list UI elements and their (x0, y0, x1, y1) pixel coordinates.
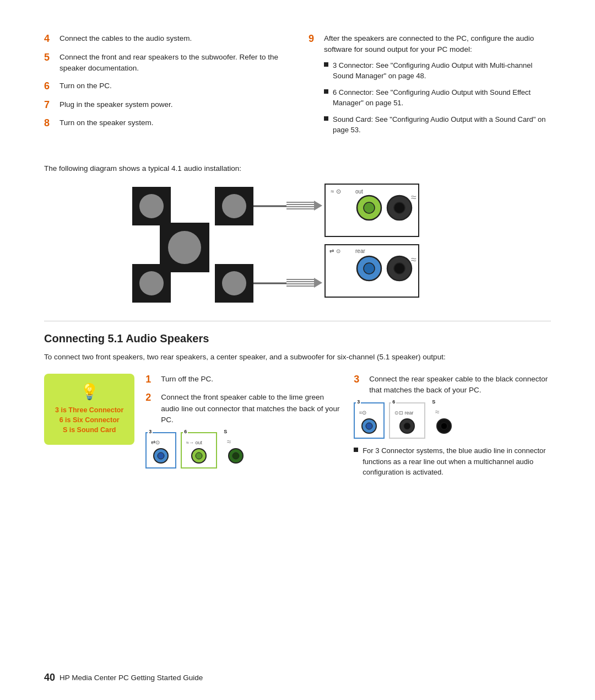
svg-marker-15 (314, 201, 322, 211)
svg-point-27 (364, 202, 375, 213)
svg-text:⊙: ⊙ (336, 188, 341, 195)
svg-text:rear: rear (355, 248, 365, 254)
legend-line-1: 3 is Three Connector (55, 406, 123, 414)
bottom-bullet-item: For 3 Connector systems, the blue audio … (354, 445, 551, 478)
step-number-6: 6 (44, 80, 55, 93)
svg-text:≈: ≈ (331, 188, 334, 195)
step3-connectors: 3 ≈⊙ 6 ⊙⊡ rear (354, 402, 551, 439)
step2-connectors: 3 ⇄⊙ 6 ≈→ out (145, 432, 343, 469)
step3-connS-label: S (431, 399, 436, 405)
bullet-item-1: 3 Connector: See "Configuring Audio Outp… (324, 60, 551, 82)
svg-point-3 (222, 194, 246, 218)
svg-point-38 (394, 263, 405, 274)
page-footer: 40 HP Media Center PC Getting Started Gu… (44, 672, 203, 683)
bottom-bullet-text: For 3 Connector systems, the blue audio … (363, 445, 551, 478)
svg-text:≈⊙: ≈⊙ (359, 410, 367, 416)
svg-point-36 (364, 263, 375, 274)
svg-point-7 (139, 271, 164, 295)
bottom-section: 💡 3 is Three Connector 6 is Six Connecto… (44, 374, 551, 483)
bullet-text-3: Sound Card: See "Configuring Audio Outpu… (333, 114, 551, 136)
bottom-bullet-icon (354, 448, 358, 452)
legend-line-3: S is Sound Card (55, 426, 123, 434)
bottom-step-number-3: 3 (354, 374, 365, 386)
step-6: 6 Turn on the PC. (44, 80, 286, 93)
bullet-text-1: 3 Connector: See "Configuring Audio Outp… (333, 60, 551, 82)
bottom-step-3: 3 Connect the rear speaker cable to the … (354, 374, 551, 396)
section-divider (44, 321, 551, 321)
svg-text:⇄⊙: ⇄⊙ (151, 439, 160, 445)
bottom-step-text-1: Turn off the PC. (161, 374, 213, 385)
bottom-right-steps: 3 Connect the rear speaker cable to the … (354, 374, 551, 483)
step-8: 8 Turn on the speaker system. (44, 117, 286, 130)
bottom-left-steps: 1 Turn off the PC. 2 Connect the front s… (145, 374, 343, 483)
step3-conn6-label: 6 (391, 399, 396, 405)
svg-point-1 (139, 194, 164, 218)
diagram-caption: The following diagram shows a typical 4.… (44, 164, 551, 173)
svg-point-54 (404, 423, 410, 429)
step-5: 5 Connect the front and rear speakers to… (44, 52, 286, 74)
svg-point-5 (168, 231, 201, 264)
svg-text:⊙: ⊙ (336, 248, 340, 254)
left-steps: 4 Connect the cables to the audio system… (44, 33, 286, 148)
step-number-7: 7 (44, 99, 55, 111)
audio-diagram: ≈ ⊙ out ≈ ⇄ ⊙ rear (44, 181, 551, 304)
connS-label: S (223, 429, 228, 434)
bullet-icon-3 (324, 116, 328, 121)
svg-text:⇄: ⇄ (329, 248, 334, 254)
step-4: 4 Connect the cables to the audio system… (44, 33, 286, 45)
bottom-step-text-2: Connect the front speaker cable to the l… (161, 392, 343, 426)
svg-text:out: out (355, 189, 363, 195)
step-text-9: After the speakers are connected to the … (324, 34, 534, 53)
step-7: 7 Plug in the speaker system power. (44, 99, 286, 111)
bottom-bullet-list: For 3 Connector systems, the blue audio … (354, 445, 551, 478)
lightbulb-icon: 💡 (55, 383, 123, 401)
conn6-label: 6 (183, 429, 188, 434)
step-text-8: Turn on the speaker system. (60, 117, 154, 128)
bottom-step-1: 1 Turn off the PC. (145, 374, 343, 386)
step-number-5: 5 (44, 52, 55, 64)
step-text-5: Connect the front and rear speakers to t… (60, 52, 286, 74)
bottom-step-text-3: Connect the rear speaker cable to the bl… (369, 374, 551, 396)
bullet-item-3: Sound Card: See "Configuring Audio Outpu… (324, 114, 551, 136)
bullet-item-2: 6 Connector: See "Configuring Audio Outp… (324, 87, 551, 109)
svg-point-9 (222, 271, 246, 295)
step-text-6: Turn on the PC. (60, 80, 112, 91)
svg-point-42 (158, 453, 164, 459)
step-number-8: 8 (44, 117, 55, 130)
step-text-4: Connect the cables to the audio system. (60, 33, 192, 44)
top-section: 4 Connect the cables to the audio system… (44, 33, 551, 148)
diagram-section: The following diagram shows a typical 4.… (44, 164, 551, 304)
step-9-bullets: 3 Connector: See "Configuring Audio Outp… (324, 60, 551, 136)
svg-point-57 (441, 423, 447, 429)
step-text-7: Plug in the speaker system power. (60, 99, 173, 110)
section-heading: Connecting 5.1 Audio Speakers (44, 332, 551, 345)
footer-text: HP Media Center PC Getting Started Guide (60, 674, 203, 682)
page-number: 40 (44, 672, 55, 683)
step-9: 9 After the speakers are connected to th… (309, 33, 551, 141)
step3-conn3-label: 3 (356, 399, 361, 405)
svg-point-29 (394, 202, 405, 213)
svg-text:≈: ≈ (411, 192, 416, 203)
svg-text:≈: ≈ (435, 407, 440, 416)
svg-text:≈: ≈ (411, 254, 416, 265)
conn3-label: 3 (148, 429, 153, 434)
bullet-icon-1 (324, 62, 328, 67)
svg-text:≈: ≈ (227, 437, 231, 446)
section-intro: To connect two front speakers, two rear … (44, 352, 551, 363)
bullet-text-2: 6 Connector: See "Configuring Audio Outp… (333, 87, 551, 109)
svg-point-45 (196, 453, 202, 459)
svg-point-51 (366, 423, 372, 429)
step-number-9: 9 (309, 33, 320, 45)
svg-marker-21 (314, 278, 322, 288)
svg-point-48 (232, 453, 239, 459)
bottom-steps-container: 1 Turn off the PC. 2 Connect the front s… (145, 374, 551, 483)
svg-text:≈→ out: ≈→ out (186, 440, 202, 445)
step-number-4: 4 (44, 33, 55, 45)
right-steps: 9 After the speakers are connected to th… (309, 33, 551, 148)
bullet-icon-2 (324, 89, 328, 94)
bottom-step-2: 2 Connect the front speaker cable to the… (145, 392, 343, 426)
legend-line-2: 6 is Six Connector (55, 416, 123, 424)
bottom-step-number-2: 2 (145, 392, 156, 404)
page-container: 4 Connect the cables to the audio system… (0, 0, 595, 505)
bottom-step-number-1: 1 (145, 374, 156, 386)
